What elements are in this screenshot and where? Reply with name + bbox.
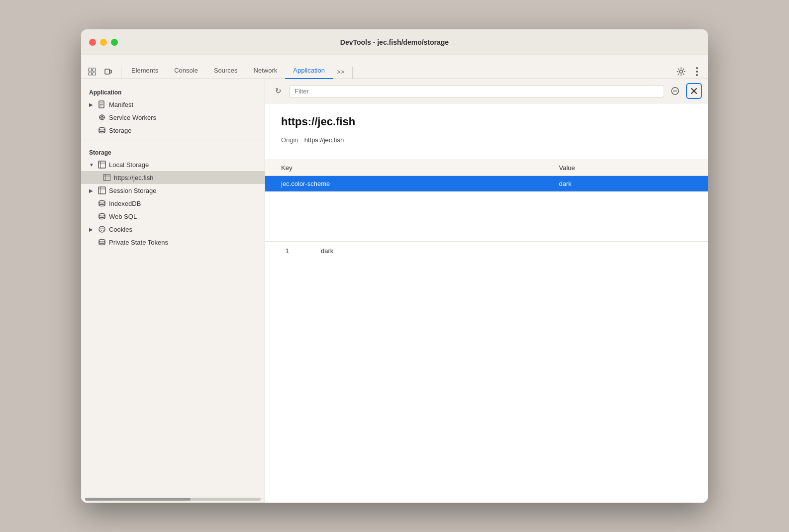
sidebar-item-session-storage[interactable]: ▶ Session Storage [81, 184, 265, 197]
jec-fish-icon [103, 174, 111, 181]
value-column-header: Value [543, 160, 708, 176]
svg-point-28 [101, 230, 102, 231]
svg-rect-20 [99, 187, 105, 194]
cookies-arrow-icon: ▶ [89, 227, 95, 232]
bottom-section: 1 dark [265, 242, 708, 289]
devtools-body: Elements Console Sources Network Applica… [81, 55, 708, 503]
storage-app-label: Storage [109, 127, 132, 134]
bottom-empty-cell [265, 260, 708, 289]
window-title: DevTools - jec.fish/demo/storage [340, 38, 449, 46]
local-storage-arrow-icon: ▼ [89, 162, 95, 168]
sidebar-item-cookies[interactable]: ▶ Cookies [81, 223, 265, 236]
sidebar-item-storage-app[interactable]: ▶ Storage [81, 124, 265, 137]
cookies-icon [98, 225, 106, 233]
svg-point-13 [99, 128, 105, 130]
fullscreen-button[interactable] [111, 39, 118, 46]
table-empty-row [265, 192, 708, 242]
sidebar-item-private-state-tokens[interactable]: ▶ Private State Tokens [81, 236, 265, 249]
cursor-icon[interactable] [85, 65, 99, 79]
private-state-tokens-icon [98, 238, 106, 246]
device-icon[interactable] [101, 65, 115, 79]
indexeddb-icon [98, 199, 106, 207]
main-panel: ↻ [265, 79, 708, 503]
sidebar-item-indexeddb[interactable]: ▶ IndexedDB [81, 197, 265, 210]
storage-section-title: Storage [81, 145, 265, 158]
table-row[interactable]: jec.color-scheme dark [265, 176, 708, 192]
local-storage-label: Local Storage [109, 161, 149, 169]
application-section-title: Application [81, 85, 265, 98]
local-storage-icon [98, 161, 106, 169]
bottom-value: dark [305, 242, 708, 260]
minimize-button[interactable] [100, 39, 107, 46]
session-storage-icon [98, 186, 106, 194]
jec-fish-url-label: https://jec.fish [114, 174, 153, 181]
manifest-label: Manifest [109, 101, 133, 108]
sidebar-scrollbar-thumb [85, 498, 191, 501]
svg-point-12 [101, 116, 103, 118]
manifest-icon [98, 100, 106, 108]
sidebar-item-web-sql[interactable]: ▶ Web SQL [81, 210, 265, 223]
origin-label: Origin [281, 136, 298, 144]
tab-console[interactable]: Console [166, 63, 206, 79]
sidebar-scrollbar[interactable] [85, 498, 261, 501]
table-cell-key: jec.color-scheme [265, 176, 543, 192]
close-filter-button[interactable] [686, 83, 702, 99]
devtools-actions [674, 65, 704, 79]
filter-input[interactable] [289, 85, 664, 97]
refresh-button[interactable]: ↻ [271, 84, 285, 98]
tab-elements[interactable]: Elements [123, 63, 166, 79]
svg-point-7 [696, 67, 698, 69]
service-workers-label: Service Workers [109, 114, 156, 121]
svg-rect-14 [99, 161, 105, 168]
refresh-icon: ↻ [275, 87, 282, 95]
manifest-arrow-icon: ▶ [89, 102, 95, 107]
tab-application[interactable]: Application [285, 63, 333, 79]
table-cell-value: dark [543, 176, 708, 192]
tabs-more-button[interactable]: >> [333, 65, 348, 79]
devtools-window: DevTools - jec.fish/demo/storage [81, 29, 708, 503]
sidebar-item-jec-fish[interactable]: https://jec.fish [81, 171, 265, 184]
tab-icon-group [85, 65, 115, 79]
session-storage-arrow-icon: ▶ [89, 188, 95, 193]
more-options-icon[interactable] [690, 65, 704, 79]
indexeddb-label: IndexedDB [109, 200, 141, 207]
clear-button[interactable] [668, 84, 682, 98]
origin-value: https://jec.fish [304, 136, 344, 144]
storage-table: Key Value jec.color-scheme dark [265, 160, 708, 242]
bottom-row[interactable]: 1 dark [265, 242, 708, 260]
sidebar-item-manifest[interactable]: ▶ Manifest [81, 98, 265, 111]
traffic-lights [89, 39, 118, 46]
svg-point-27 [102, 228, 103, 229]
panel-toolbar: ↻ [265, 79, 708, 103]
svg-point-6 [680, 70, 683, 73]
svg-point-25 [99, 226, 105, 232]
tab-sources[interactable]: Sources [206, 63, 246, 79]
bottom-index: 1 [265, 242, 305, 260]
sidebar-item-service-workers[interactable]: ▶ Service Workers [81, 111, 265, 124]
panel-content: https://jec.fish Origin https://jec.fish… [265, 103, 708, 503]
svg-rect-3 [93, 72, 96, 75]
svg-point-24 [99, 214, 105, 216]
svg-rect-4 [105, 69, 109, 74]
origin-row: Origin https://jec.fish [281, 136, 692, 144]
svg-point-30 [99, 240, 105, 242]
service-workers-icon [98, 113, 106, 121]
svg-rect-0 [89, 68, 92, 71]
sidebar-divider-1 [81, 141, 265, 141]
svg-rect-17 [104, 175, 110, 181]
settings-icon[interactable] [674, 65, 688, 79]
close-button[interactable] [89, 39, 96, 46]
tab-network[interactable]: Network [246, 63, 286, 79]
titlebar: DevTools - jec.fish/demo/storage [81, 29, 708, 55]
sidebar-item-local-storage[interactable]: ▼ Local Storage [81, 158, 265, 171]
bottom-empty-row [265, 260, 708, 289]
table-empty-cell [265, 192, 708, 242]
svg-rect-2 [89, 72, 92, 75]
bottom-table: 1 dark [265, 242, 708, 289]
svg-point-29 [103, 230, 104, 231]
origin-section: https://jec.fish Origin https://jec.fish [265, 103, 708, 160]
key-column-header: Key [265, 160, 543, 176]
cookies-label: Cookies [109, 226, 132, 233]
svg-rect-5 [110, 70, 111, 73]
origin-url-heading: https://jec.fish [281, 115, 692, 128]
